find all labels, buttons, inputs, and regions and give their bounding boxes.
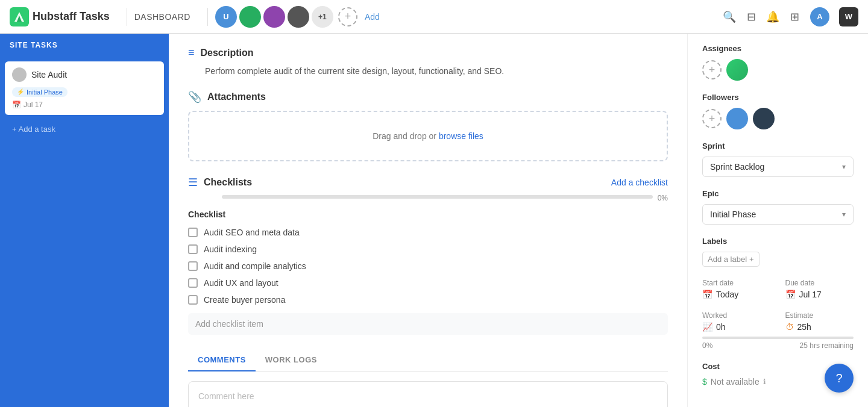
add-text[interactable]: Add xyxy=(365,12,380,22)
description-text: Perform complete audit of the current si… xyxy=(205,66,668,76)
logo: Hubstaff Tasks xyxy=(10,7,110,26)
hours-progress: 0% 25 hrs remaining xyxy=(702,337,854,350)
dates-section: Start date 📅 Today Due date 📅 Jul 17 xyxy=(702,279,854,299)
epic-dropdown[interactable]: Initial Phase ▾ xyxy=(702,204,854,225)
checklist-checkbox-1[interactable] xyxy=(188,244,198,254)
attachments-icon: 📎 xyxy=(188,90,201,104)
sidebar-space xyxy=(0,34,169,407)
followers-row: + xyxy=(702,108,854,129)
add-checklist-link[interactable]: Add a checklist xyxy=(611,178,668,187)
attachment-dropzone[interactable]: Drag and drop or browse files xyxy=(188,111,668,161)
worked-text: 0h xyxy=(716,322,726,332)
nav-avatars: U +1 + Add xyxy=(215,6,380,28)
checklist-item-label-0: Audit SEO and meta data xyxy=(204,228,300,237)
tab-work-logs[interactable]: WORK LOGS xyxy=(256,349,327,371)
followers-label: Followers xyxy=(702,93,854,102)
checklists-icon: ☰ xyxy=(188,176,198,189)
worked-estimate-section: Worked 📈 0h Estimate ⏱ 25h xyxy=(702,311,854,350)
add-label-text: Add a label xyxy=(708,255,747,264)
attachments-title: Attachments xyxy=(207,92,266,102)
hours-pct: 0% xyxy=(702,341,712,350)
modal-body: ≡ Description Perform complete audit of … xyxy=(169,32,868,407)
tab-bar: COMMENTS WORK LOGS xyxy=(188,349,668,371)
checklist-item-label-1: Audit indexing xyxy=(204,244,257,254)
avatar-3[interactable] xyxy=(263,6,285,28)
checklist-checkbox-0[interactable] xyxy=(188,228,198,237)
nav-right: 🔍 ⊟ 🔔 ⊞ A W xyxy=(723,7,858,26)
nav-divider xyxy=(127,8,127,26)
checklist-item-4: Create buyer persona xyxy=(188,291,668,308)
worked-label: Worked xyxy=(702,311,771,320)
estimate-label: Estimate xyxy=(785,311,854,320)
start-date-text: Today xyxy=(716,290,738,299)
checklist-item-3: Audit UX and layout xyxy=(188,275,668,291)
description-title: Description xyxy=(201,48,254,58)
sprint-label: Sprint xyxy=(702,141,854,151)
drop-text: Drag and drop or xyxy=(373,131,439,141)
checklist-item-2: Audit and compile analytics xyxy=(188,258,668,275)
logo-text: Hubstaff Tasks xyxy=(33,10,110,23)
due-date-label: Due date xyxy=(785,279,854,287)
grid-icon[interactable]: ⊞ xyxy=(788,11,800,23)
workspace-button[interactable]: W xyxy=(839,7,858,26)
start-date-label: Start date xyxy=(702,279,771,287)
worked-value: 📈 0h xyxy=(702,322,771,332)
browse-files-link[interactable]: browse files xyxy=(439,131,483,141)
due-date-group: Due date 📅 Jul 17 xyxy=(785,279,854,299)
sprint-dropdown[interactable]: Sprint Backlog ▾ xyxy=(702,157,854,177)
checklists-title: Checklists xyxy=(204,177,252,188)
add-label-button[interactable]: Add a label + xyxy=(702,252,760,267)
assignee-row: + xyxy=(702,59,854,81)
checklist-checkbox-3[interactable] xyxy=(188,278,198,288)
hours-labels: 0% 25 hrs remaining xyxy=(702,341,854,350)
sprint-section: Sprint Sprint Backlog ▾ xyxy=(702,141,854,177)
estimate-text: 25h xyxy=(797,322,811,332)
help-icon: ? xyxy=(835,371,842,385)
tab-comments[interactable]: COMMENTS xyxy=(188,349,256,371)
avatar-1[interactable]: U xyxy=(215,6,237,28)
columns-icon[interactable]: ⊟ xyxy=(745,11,757,23)
add-follower-button[interactable]: + xyxy=(702,109,722,128)
add-assignee-button[interactable]: + xyxy=(702,60,722,79)
worked-group: Worked 📈 0h xyxy=(702,311,771,332)
due-date-icon: 📅 xyxy=(785,290,796,299)
modal-right-sidebar: Assignees + Followers + Spr xyxy=(687,32,868,407)
sprint-chevron-icon: ▾ xyxy=(842,163,846,171)
follower-avatar-1 xyxy=(726,108,748,129)
epic-chevron-icon: ▾ xyxy=(842,210,846,219)
comment-input[interactable]: Comment here xyxy=(188,381,668,407)
dates-row: Start date 📅 Today Due date 📅 Jul 17 xyxy=(702,279,854,299)
description-icon: ≡ xyxy=(188,46,195,59)
help-button[interactable]: ? xyxy=(825,364,854,393)
checklist-checkbox-2[interactable] xyxy=(188,261,198,271)
checklist-item-1: Audit indexing xyxy=(188,241,668,258)
nav-label: DASHBOARD xyxy=(134,12,190,22)
user-avatar[interactable]: A xyxy=(810,7,829,26)
cost-info-icon[interactable]: ℹ xyxy=(763,377,766,386)
hubstaff-logo-icon xyxy=(10,7,29,26)
estimate-value: ⏱ 25h xyxy=(785,322,854,332)
checklist-item-label-3: Audit UX and layout xyxy=(204,278,278,288)
bell-icon[interactable]: 🔔 xyxy=(767,11,779,23)
avatar-overflow[interactable]: +1 xyxy=(312,6,333,28)
we-row: Worked 📈 0h Estimate ⏱ 25h xyxy=(702,311,854,332)
search-icon[interactable]: 🔍 xyxy=(723,11,735,23)
description-header: ≡ Description xyxy=(188,46,668,59)
labels-section: Labels Add a label + xyxy=(702,237,854,267)
add-member-button[interactable]: + xyxy=(338,7,357,26)
avatar-2[interactable] xyxy=(239,6,261,28)
start-date-value: 📅 Today xyxy=(702,290,771,299)
assignee-avatar-1 xyxy=(726,59,748,81)
checklist-progress-pct: 0% xyxy=(658,194,668,202)
add-checklist-item-button[interactable]: Add checklist item xyxy=(188,313,668,335)
epic-section: Epic Initial Phase ▾ xyxy=(702,189,854,225)
followers-section: Followers + xyxy=(702,93,854,129)
epic-label: Epic xyxy=(702,189,854,198)
checklist-checkbox-4[interactable] xyxy=(188,295,198,305)
avatar-4[interactable] xyxy=(288,6,309,28)
checklist-section: Checklist Audit SEO and meta data Audit … xyxy=(188,210,668,335)
task-modal: W Website Refresh / Site TASKS ▾ ··· ≡ D… xyxy=(169,0,868,407)
attachments-header: 📎 Attachments xyxy=(188,90,668,104)
due-date-text: Jul 17 xyxy=(799,290,822,299)
checklist-progress-bar-bg xyxy=(222,195,653,199)
